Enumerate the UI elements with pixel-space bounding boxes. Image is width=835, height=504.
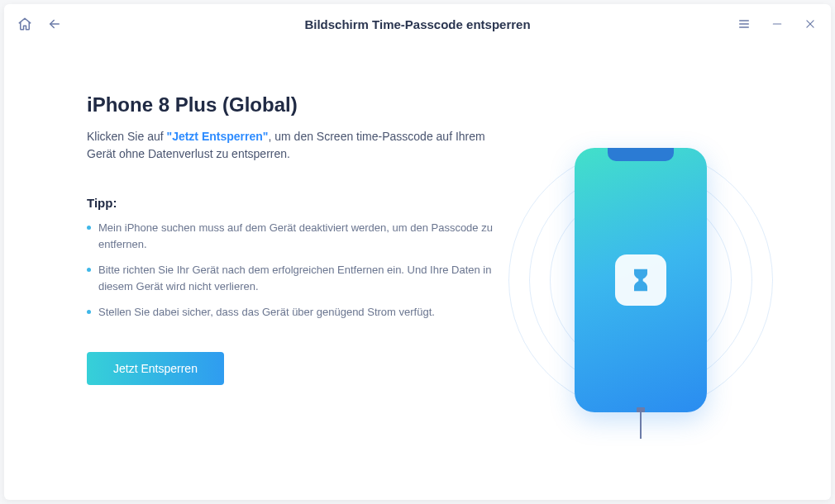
home-icon[interactable] — [17, 17, 32, 31]
phone-notch — [608, 148, 674, 161]
device-name: iPhone 8 Plus (Global) — [87, 93, 500, 116]
unlock-now-button[interactable]: Jetzt Entsperren — [87, 352, 224, 385]
cable-icon — [640, 412, 642, 439]
close-icon[interactable] — [803, 17, 818, 31]
back-icon[interactable] — [47, 17, 62, 31]
tip-item: Mein iPhone suchen muss auf dem Gerät de… — [87, 220, 500, 252]
tips-title: Tipp: — [87, 196, 500, 210]
content-area: iPhone 8 Plus (Global) Klicken Sie auf "… — [4, 44, 831, 500]
hourglass-icon — [615, 254, 666, 306]
info-panel: iPhone 8 Plus (Global) Klicken Sie auf "… — [87, 93, 500, 467]
phone-illustration — [525, 131, 756, 429]
desc-highlight: "Jetzt Entsperren" — [167, 130, 269, 143]
phone-body — [575, 148, 707, 412]
menu-icon[interactable] — [737, 17, 752, 31]
tip-item: Stellen Sie dabei sicher, dass das Gerät… — [87, 304, 500, 321]
tips-list: Mein iPhone suchen muss auf dem Gerät de… — [87, 220, 500, 321]
window-title: Bildschirm Time-Passcode entsperren — [304, 17, 530, 31]
app-window: Bildschirm Time-Passcode entsperren iPho… — [4, 4, 831, 500]
titlebar-left — [17, 17, 62, 31]
titlebar: Bildschirm Time-Passcode entsperren — [4, 4, 831, 44]
titlebar-right — [737, 17, 818, 31]
illustration-panel — [500, 93, 781, 467]
minimize-icon[interactable] — [770, 17, 785, 31]
tip-item: Bitte richten Sie Ihr Gerät nach dem erf… — [87, 262, 500, 294]
desc-prefix: Klicken Sie auf — [87, 130, 167, 143]
description: Klicken Sie auf "Jetzt Entsperren", um d… — [87, 128, 500, 163]
